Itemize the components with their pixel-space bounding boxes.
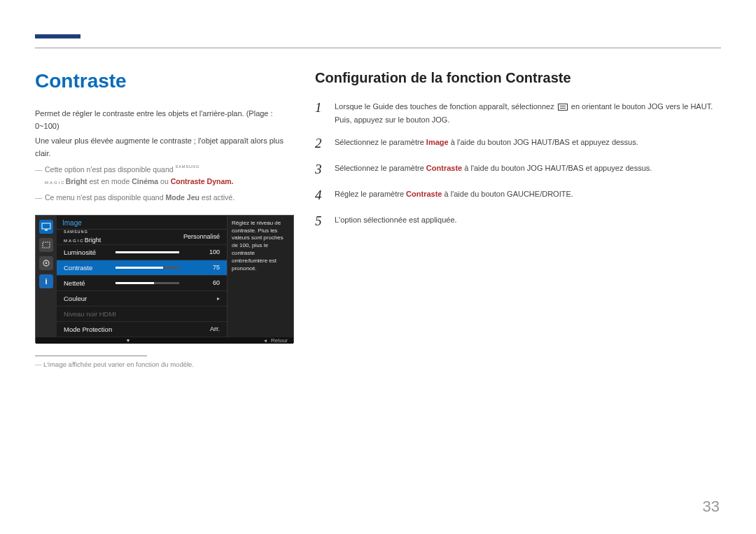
menu-icon: [558, 104, 568, 111]
osd-bright-mid: MAGIC: [64, 239, 85, 243]
step2-hl: Image: [426, 138, 449, 146]
osd-nettete-label: Netteté: [64, 279, 107, 287]
note1-text-a: Cette option n'est pas disponible quand: [45, 165, 175, 174]
step3-a: Sélectionnez le paramètre: [335, 164, 426, 172]
step4-b: à l'aide du bouton GAUCHE/DROITE.: [442, 190, 573, 198]
right-column: Configuration de la fonction Contraste 1…: [315, 70, 718, 239]
footnote-divider: [35, 356, 147, 356]
osd-footer: ▾ ◂ Retour: [36, 337, 293, 344]
osd-row-couleur: Couleur ▸: [57, 291, 227, 307]
osd-row-protection: Mode Protection Arr.: [57, 322, 227, 337]
slider-contraste: [115, 267, 179, 269]
step-4: 4 Réglez le paramètre Contraste à l'aide…: [315, 188, 718, 204]
magic-mid: MAGIC: [45, 181, 66, 185]
osd-title: Image: [57, 216, 227, 230]
info-icon: i: [39, 274, 53, 288]
note2-modejeu: Mode Jeu: [165, 193, 199, 202]
step4-hl: Contraste: [406, 190, 442, 198]
magic-small: SAMSUNG: [175, 164, 200, 169]
osd-bright-label: SAMSUNGMAGICBright: [64, 230, 107, 244]
osd-contraste-label: Contraste: [64, 264, 107, 272]
svg-rect-1: [45, 230, 48, 231]
note1-bright: Bright: [66, 177, 88, 185]
osd-sidebar: i: [36, 216, 57, 337]
step1-a: Lorsque le Guide des touches de fonction…: [335, 102, 556, 111]
gear-icon: [39, 256, 53, 270]
osd-bright-small: SAMSUNG: [64, 230, 88, 234]
note1-dynam: Contraste Dynam.: [171, 177, 234, 185]
step-4-num: 4: [315, 188, 335, 204]
chevron-right-icon: ▸: [217, 295, 220, 302]
osd-bright-value: Personnalisé: [183, 233, 220, 240]
svg-rect-0: [42, 223, 50, 229]
left-column: Contraste Permet de régler le contraste …: [35, 70, 294, 368]
osd-screenshot: i Image SAMSUNGMAGICBright Personnalisé …: [35, 215, 294, 343]
step2-a: Sélectionnez le paramètre: [335, 138, 426, 146]
note1-cinema: Cinéma: [132, 177, 158, 185]
osd-luminosite-value: 100: [185, 248, 220, 255]
header-divider: [35, 48, 721, 48]
note1-text-c: ou: [158, 177, 171, 185]
osd-bright-main: Bright: [85, 237, 102, 244]
step3-hl: Contraste: [426, 164, 462, 172]
osd-nettete-value: 60: [185, 279, 220, 286]
svg-rect-2: [43, 242, 50, 248]
osd-row-bright: SAMSUNGMAGICBright Personnalisé: [57, 230, 227, 245]
osd-row-hdmi: Niveau noir HDMI: [57, 307, 227, 322]
step-1: 1 Lorsque le Guide des touches de foncti…: [315, 100, 718, 126]
note2-text-a: Ce menu n'est pas disponible quand: [45, 193, 165, 202]
osd-return-label: Retour: [271, 337, 288, 344]
svg-point-4: [46, 262, 48, 264]
step-5: 5 L'option sélectionnée est appliquée.: [315, 213, 718, 230]
page-title: Contraste: [35, 70, 294, 92]
intro-line-2: Une valeur plus élevée augmente le contr…: [35, 135, 294, 160]
step3-b: à l'aide du bouton JOG HAUT/BAS et appuy…: [462, 164, 652, 172]
step-3-num: 3: [315, 162, 335, 178]
osd-protection-label: Mode Protection: [64, 325, 112, 333]
step-1-num: 1: [315, 100, 335, 126]
chevron-left-icon: ◂: [264, 337, 267, 344]
step-5-num: 5: [315, 213, 335, 230]
step-3-text: Sélectionnez le paramètre Contraste à l'…: [335, 162, 652, 178]
monitor-icon: [39, 220, 53, 234]
step2-b: à l'aide du bouton JOG HAUT/BAS et appuy…: [449, 138, 638, 146]
osd-contraste-value: 75: [185, 264, 220, 271]
frame-icon: [39, 238, 53, 252]
step-2-num: 2: [315, 136, 335, 152]
note2-text-b: est activé.: [200, 193, 234, 202]
step-5-text: L'option sélectionnée est appliquée.: [335, 213, 457, 230]
note1-text-b: est en mode: [88, 177, 132, 185]
section-heading: Configuration de la fonction Contraste: [315, 70, 718, 86]
header-tab: [35, 34, 80, 38]
osd-luminosite-label: Luminosité: [64, 248, 107, 256]
step-2-text: Sélectionnez le paramètre Image à l'aide…: [335, 136, 638, 152]
osd-row-nettete: Netteté 60: [57, 276, 227, 291]
osd-row-luminosite: Luminosité 100: [57, 245, 227, 260]
osd-hdmi-label: Niveau noir HDMI: [64, 310, 116, 318]
osd-row-contraste: Contraste 75: [57, 260, 227, 276]
osd-protection-value: Arr.: [185, 325, 220, 332]
step-3: 3 Sélectionnez le paramètre Contraste à …: [315, 162, 718, 178]
intro-line-1: Permet de régler le contraste entre les …: [35, 108, 294, 132]
footnote: L'image affichée peut varier en fonction…: [35, 360, 294, 368]
note-1: Cette option n'est pas disponible quand …: [35, 164, 294, 188]
osd-couleur-label: Couleur: [64, 295, 107, 302]
step-2: 2 Sélectionnez le paramètre Image à l'ai…: [315, 136, 718, 152]
note-2: Ce menu n'est pas disponible quand Mode …: [35, 192, 294, 204]
osd-main: Image SAMSUNGMAGICBright Personnalisé Lu…: [57, 216, 227, 337]
step-4-text: Réglez le paramètre Contraste à l'aide d…: [335, 188, 573, 204]
chevron-down-icon: ▾: [127, 337, 130, 344]
step4-a: Réglez le paramètre: [335, 190, 406, 198]
osd-description: Réglez le niveau de contraste. Plus les …: [227, 216, 293, 337]
step-1-text: Lorsque le Guide des touches de fonction…: [335, 100, 718, 126]
slider-nettete: [115, 282, 179, 284]
page-number: 33: [703, 498, 720, 516]
slider-luminosite: [115, 251, 179, 253]
